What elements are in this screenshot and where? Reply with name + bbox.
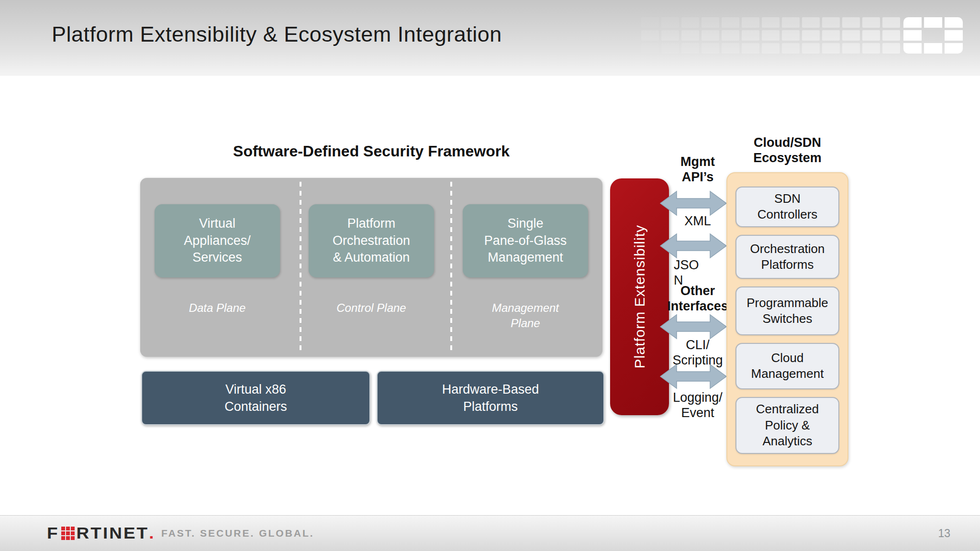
virtual-x86-containers-box: Virtual x86 Containers — [141, 371, 370, 425]
mgmt-apis-heading: Mgmt API’s — [667, 154, 729, 185]
data-plane-column: Virtual Appliances/ Services Data Plane — [140, 178, 294, 357]
framework-panel: Virtual Appliances/ Services Data Plane … — [140, 178, 602, 357]
fortinet-logo-rest: RTINET — [77, 524, 149, 543]
cloud-management-box: Cloud Management — [735, 343, 839, 389]
control-plane-label: Control Plane — [294, 300, 448, 316]
other-interfaces-label: Other Interfaces — [664, 283, 731, 314]
xml-label: XML — [667, 213, 729, 229]
platform-orchestration-box: Platform Orchestration & Automation — [309, 204, 434, 277]
management-plane-label: Management Plane — [448, 300, 602, 331]
header-square-pattern — [641, 17, 963, 54]
fortinet-logo-o-icon — [61, 527, 75, 540]
dashed-divider — [300, 182, 301, 353]
square-fade-grid-icon — [641, 17, 900, 54]
orchestration-platforms-box: Orchestration Platforms — [735, 235, 839, 279]
ecosystem-heading: Cloud/SDN Ecosystem — [726, 135, 848, 165]
slide: Platform Extensibility & Ecosystem Integ… — [0, 0, 980, 551]
management-plane-column: Single Pane-of-Glass Management Manageme… — [448, 178, 602, 357]
sdn-controllers-box: SDN Controllers — [735, 187, 839, 227]
centralized-policy-box: Centralized Policy & Analytics — [735, 397, 839, 454]
header-band: Platform Extensibility & Ecosystem Integ… — [0, 0, 980, 76]
footer-band: F RTINET . FAST. SECURE. GLOBAL. 13 — [0, 515, 980, 551]
fortinet-logo-dot: . — [149, 524, 155, 543]
ecosystem-panel: SDN Controllers Orchestration Platforms … — [726, 172, 848, 466]
double-arrow-icon — [659, 190, 727, 217]
fortinet-logo: F RTINET . — [47, 523, 156, 543]
logging-event-label: Logging/ Event — [667, 390, 729, 420]
single-pane-box: Single Pane-of-Glass Management — [463, 204, 588, 277]
dashed-divider — [450, 182, 452, 353]
fortinet-tagline: FAST. SECURE. GLOBAL. — [161, 528, 314, 539]
hardware-platforms-box: Hardware-Based Platforms — [377, 371, 604, 425]
double-arrow-icon — [659, 232, 727, 259]
programmable-switches-box: Programmable Switches — [735, 287, 839, 335]
cli-scripting-label: CLI/ Scripting — [667, 337, 729, 368]
page-number: 13 — [938, 527, 950, 540]
fortinet-logo-f: F — [47, 524, 59, 543]
double-arrow-icon — [659, 313, 727, 340]
data-plane-label: Data Plane — [140, 300, 294, 316]
slide-title: Platform Extensibility & Ecosystem Integ… — [52, 22, 502, 47]
control-plane-column: Platform Orchestration & Automation Cont… — [294, 178, 448, 357]
virtual-appliances-box: Virtual Appliances/ Services — [155, 204, 280, 277]
platform-extensibility-label: Platform Extensibility — [632, 225, 648, 368]
square-cluster-icon — [903, 17, 963, 54]
framework-heading: Software-Defined Security Framework — [140, 143, 602, 160]
